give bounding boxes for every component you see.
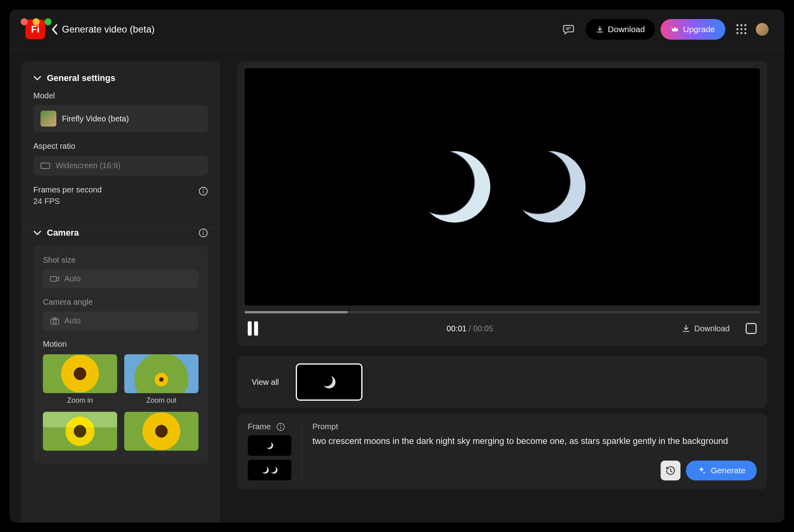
- motion-option-extra[interactable]: [43, 412, 117, 451]
- chevron-down-icon: [33, 75, 41, 81]
- prompt-label: Prompt: [312, 422, 757, 431]
- video-player: 00:01 / 00:05 Download: [237, 61, 767, 346]
- motion-options-grid: Zoom in Zoom out: [43, 354, 198, 454]
- window-controls: [21, 18, 52, 25]
- camera-icon: [50, 317, 60, 325]
- model-dropdown[interactable]: Firefly Video (beta): [33, 105, 208, 132]
- motion-option-zoom-in[interactable]: [43, 354, 117, 393]
- download-icon: [682, 324, 690, 333]
- prompt-panel: Frame Prompt two crescent moons in the d…: [237, 413, 767, 489]
- generation-thumbnails: View all: [237, 356, 767, 408]
- motion-option-label: Zoom out: [124, 396, 198, 405]
- camera-section-title: Camera: [47, 228, 79, 238]
- time-current: 00:01: [447, 324, 466, 333]
- upgrade-button[interactable]: Upgrade: [661, 19, 725, 40]
- svg-point-9: [280, 424, 281, 425]
- preview-content: [509, 146, 592, 229]
- app-window: Fi Generate video (beta) Download Upgrad…: [10, 10, 784, 522]
- download-icon: [596, 25, 604, 33]
- upgrade-button-label: Upgrade: [683, 25, 715, 34]
- info-icon[interactable]: [198, 186, 208, 196]
- frame-start-thumbnail[interactable]: [248, 435, 291, 456]
- history-icon: [665, 465, 676, 476]
- svg-point-1: [203, 188, 204, 190]
- window-minimize-button[interactable]: [33, 18, 40, 25]
- topbar: Fi Generate video (beta) Download Upgrad…: [10, 10, 784, 49]
- general-settings-section: General settings Model Firefly Video (be…: [21, 73, 220, 228]
- camera-section-header[interactable]: Camera: [33, 228, 208, 238]
- frame-label: Frame: [248, 422, 271, 431]
- back-button[interactable]: [51, 24, 58, 35]
- aspect-ratio-label: Aspect ratio: [33, 142, 208, 151]
- info-icon[interactable]: [198, 228, 208, 238]
- aspect-ratio-dropdown[interactable]: Widescreen (16:9): [33, 156, 208, 176]
- camera-angle-value: Auto: [64, 316, 81, 325]
- motion-option-zoom-out[interactable]: [124, 354, 198, 393]
- generation-thumbnail[interactable]: [296, 363, 362, 401]
- motion-label: Motion: [43, 340, 198, 349]
- download-button-label: Download: [608, 25, 645, 34]
- motion-option-extra[interactable]: [124, 412, 198, 451]
- model-value: Firefly Video (beta): [62, 114, 129, 123]
- frame-end-thumbnail[interactable]: [248, 460, 291, 480]
- model-label: Model: [33, 91, 208, 100]
- general-settings-title: General settings: [47, 73, 115, 83]
- shot-size-label: Shot size: [43, 255, 198, 265]
- frame-column: Frame: [248, 422, 302, 480]
- fps-label: Frames per second: [33, 185, 102, 194]
- apps-menu-button[interactable]: [736, 24, 746, 34]
- shot-size-value: Auto: [64, 274, 81, 283]
- video-preview[interactable]: [245, 68, 760, 305]
- fps-value: 24 FPS: [33, 197, 208, 206]
- chevron-down-icon: [33, 230, 41, 236]
- settings-sidebar: General settings Model Firefly Video (be…: [21, 61, 220, 522]
- svg-rect-4: [50, 277, 56, 281]
- widescreen-icon: [40, 163, 50, 169]
- view-all-button[interactable]: View all: [245, 378, 286, 387]
- player-download-label: Download: [694, 324, 730, 333]
- video-camera-icon: [50, 275, 60, 283]
- preview-content: [411, 143, 498, 230]
- fullscreen-button[interactable]: [746, 323, 757, 334]
- user-avatar[interactable]: [756, 23, 769, 36]
- camera-angle-dropdown[interactable]: Auto: [43, 311, 198, 330]
- camera-angle-label: Camera angle: [43, 298, 198, 307]
- chat-icon: [563, 23, 574, 35]
- shot-size-dropdown[interactable]: Auto: [43, 269, 198, 288]
- svg-rect-7: [53, 318, 56, 319]
- camera-section: Camera Shot size Auto Camera angle Auto …: [21, 228, 220, 475]
- generate-button[interactable]: Generate: [686, 461, 757, 480]
- main-content: 00:01 / 00:05 Download View all: [220, 49, 784, 522]
- prompt-column: Prompt two crescent moons in the dark ni…: [312, 422, 757, 480]
- download-button[interactable]: Download: [586, 19, 655, 40]
- crown-icon: [671, 25, 679, 33]
- time-separator: /: [469, 324, 471, 333]
- player-download-button[interactable]: Download: [682, 324, 730, 333]
- general-settings-header[interactable]: General settings: [33, 73, 208, 83]
- svg-point-6: [53, 320, 56, 323]
- page-title: Generate video (beta): [62, 24, 154, 35]
- pause-button[interactable]: [248, 321, 258, 336]
- progress-fill: [245, 311, 348, 313]
- history-button[interactable]: [661, 461, 680, 480]
- time-display: 00:01 / 00:05: [258, 324, 682, 333]
- time-total: 00:05: [473, 324, 493, 333]
- progress-bar[interactable]: [245, 311, 760, 313]
- motion-option-label: Zoom in: [43, 396, 117, 405]
- generate-button-label: Generate: [711, 466, 746, 475]
- svg-point-3: [203, 230, 204, 232]
- prompt-input[interactable]: two crescent moons in the dark night sky…: [312, 436, 757, 457]
- sparkle-icon: [697, 466, 706, 475]
- thumbnail-content: [323, 376, 335, 388]
- chevron-left-icon: [51, 24, 58, 35]
- aspect-ratio-value: Widescreen (16:9): [56, 161, 120, 170]
- model-thumbnail-icon: [40, 111, 56, 127]
- info-icon[interactable]: [276, 423, 285, 431]
- feedback-button[interactable]: [563, 23, 574, 35]
- window-close-button[interactable]: [21, 18, 28, 25]
- window-maximize-button[interactable]: [44, 18, 52, 25]
